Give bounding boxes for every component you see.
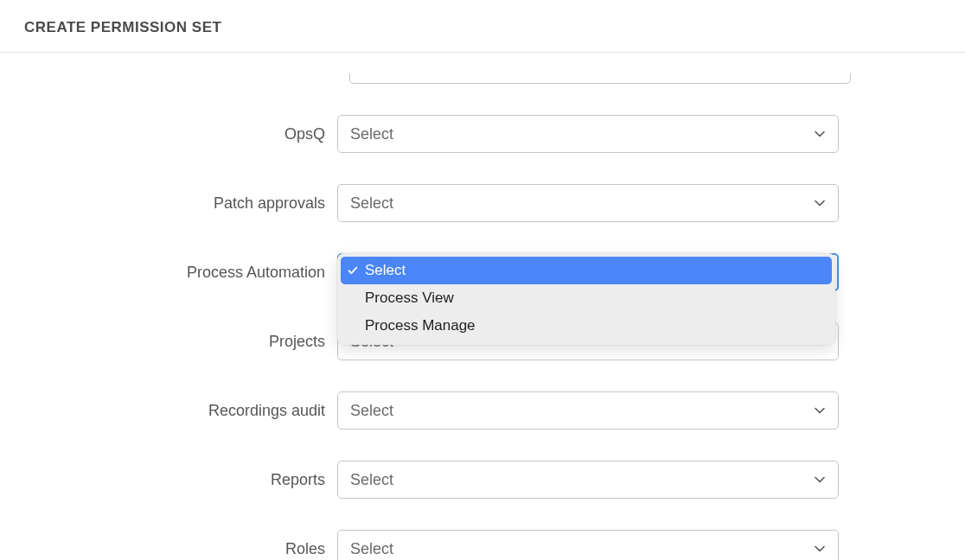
dropdown-option-select[interactable]: Select xyxy=(341,257,832,284)
dropdown-option-process-manage-label: Process Manage xyxy=(365,317,476,334)
select-patch-approvals[interactable]: Select xyxy=(337,184,839,222)
select-reports[interactable]: Select xyxy=(337,461,839,499)
form-area: OpsQ Select Patch approvals Select Proce… xyxy=(0,53,965,560)
page-title: CREATE PERMISSION SET xyxy=(24,19,941,36)
row-recordings-audit: Recordings audit Select xyxy=(0,391,965,430)
dropdown-option-process-view-label: Process View xyxy=(365,290,454,307)
label-projects: Projects xyxy=(0,333,337,351)
chevron-down-icon xyxy=(814,128,826,140)
row-roles: Roles Select xyxy=(0,530,965,560)
row-process-automation: Process Automation Select Select Process… xyxy=(0,253,965,291)
label-process-automation: Process Automation xyxy=(0,264,337,282)
label-opsq: OpsQ xyxy=(0,125,337,143)
select-patch-approvals-value: Select xyxy=(350,194,393,213)
select-opsq-value: Select xyxy=(350,125,393,143)
row-opsq: OpsQ Select xyxy=(0,115,965,153)
page-header: CREATE PERMISSION SET xyxy=(0,0,965,53)
dropdown-option-select-label: Select xyxy=(365,262,406,279)
select-opsq[interactable]: Select xyxy=(337,115,839,153)
row-reports: Reports Select xyxy=(0,461,965,499)
dropdown-option-process-view[interactable]: Process View xyxy=(341,284,832,312)
dropdown-option-process-manage[interactable]: Process Manage xyxy=(341,312,832,340)
chevron-down-icon xyxy=(814,404,826,417)
dropdown-process-automation: Select Process View Process Manage xyxy=(337,253,835,345)
label-patch-approvals: Patch approvals xyxy=(0,194,337,213)
label-roles: Roles xyxy=(0,540,337,558)
chevron-down-icon xyxy=(814,474,826,486)
select-reports-value: Select xyxy=(350,471,393,489)
check-icon xyxy=(348,265,365,276)
select-recordings-audit-value: Select xyxy=(350,402,393,420)
label-reports: Reports xyxy=(0,471,337,489)
row-patch-approvals: Patch approvals Select xyxy=(0,184,965,222)
partial-select-above[interactable] xyxy=(349,73,851,84)
select-roles[interactable]: Select xyxy=(337,530,839,560)
select-recordings-audit[interactable]: Select xyxy=(337,391,839,430)
select-roles-value: Select xyxy=(350,540,393,558)
label-recordings-audit: Recordings audit xyxy=(0,402,337,420)
chevron-down-icon xyxy=(814,543,826,555)
chevron-down-icon xyxy=(814,197,826,209)
